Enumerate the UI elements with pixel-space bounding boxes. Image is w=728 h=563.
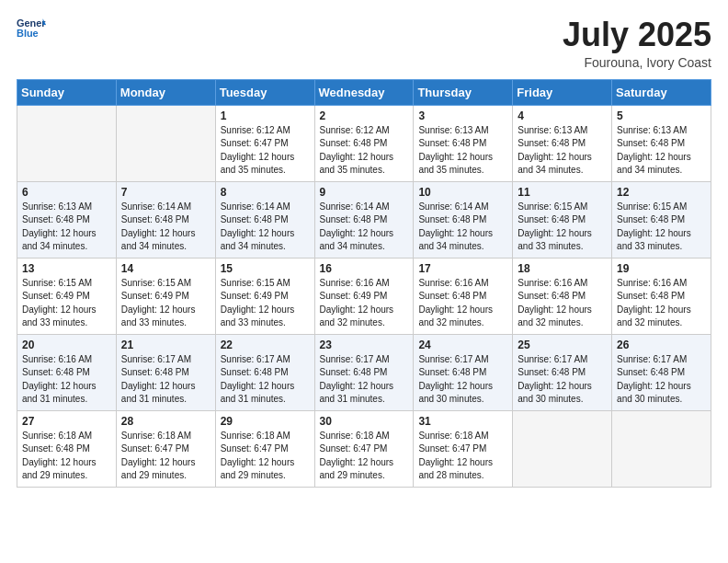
day-number: 2	[320, 109, 409, 122]
calendar-cell: 15Sunrise: 6:15 AM Sunset: 6:49 PM Dayli…	[215, 258, 314, 334]
calendar-cell: 17Sunrise: 6:16 AM Sunset: 6:48 PM Dayli…	[414, 258, 513, 334]
day-info: Sunrise: 6:13 AM Sunset: 6:48 PM Dayligh…	[418, 124, 507, 178]
day-info: Sunrise: 6:14 AM Sunset: 6:48 PM Dayligh…	[221, 201, 310, 254]
day-info: Sunrise: 6:16 AM Sunset: 6:48 PM Dayligh…	[617, 277, 706, 330]
calendar-cell: 22Sunrise: 6:17 AM Sunset: 6:48 PM Dayli…	[215, 334, 314, 410]
day-info: Sunrise: 6:16 AM Sunset: 6:48 PM Dayligh…	[22, 353, 111, 407]
day-info: Sunrise: 6:18 AM Sunset: 6:47 PM Dayligh…	[320, 430, 409, 483]
month-title: July 2025	[563, 17, 711, 53]
title-block: July 2025 Fourouna, Ivory Coast	[563, 17, 711, 70]
weekday-header-friday: Friday	[513, 79, 612, 105]
day-number: 13	[22, 262, 111, 275]
day-number: 28	[121, 415, 210, 428]
day-info: Sunrise: 6:14 AM Sunset: 6:48 PM Dayligh…	[418, 201, 507, 254]
day-info: Sunrise: 6:18 AM Sunset: 6:47 PM Dayligh…	[121, 430, 210, 483]
day-info: Sunrise: 6:16 AM Sunset: 6:48 PM Dayligh…	[518, 277, 607, 330]
calendar-cell: 4Sunrise: 6:13 AM Sunset: 6:48 PM Daylig…	[513, 105, 612, 181]
day-number: 5	[617, 109, 706, 122]
day-number: 11	[518, 186, 607, 199]
calendar-cell: 25Sunrise: 6:17 AM Sunset: 6:48 PM Dayli…	[513, 334, 612, 410]
calendar-cell: 30Sunrise: 6:18 AM Sunset: 6:47 PM Dayli…	[314, 410, 414, 487]
day-info: Sunrise: 6:13 AM Sunset: 6:48 PM Dayligh…	[617, 124, 706, 178]
day-number: 6	[22, 186, 111, 199]
day-info: Sunrise: 6:13 AM Sunset: 6:48 PM Dayligh…	[22, 201, 111, 254]
logo-icon: General Blue	[17, 17, 46, 42]
calendar-cell: 18Sunrise: 6:16 AM Sunset: 6:48 PM Dayli…	[513, 258, 612, 334]
day-number: 24	[418, 339, 507, 351]
day-info: Sunrise: 6:17 AM Sunset: 6:48 PM Dayligh…	[221, 353, 310, 407]
day-number: 9	[320, 186, 409, 199]
calendar-cell: 3Sunrise: 6:13 AM Sunset: 6:48 PM Daylig…	[414, 105, 513, 181]
day-number: 22	[221, 339, 310, 351]
weekday-header-thursday: Thursday	[414, 79, 513, 105]
day-number: 27	[22, 415, 111, 428]
weekday-header-tuesday: Tuesday	[215, 79, 314, 105]
day-number: 30	[320, 415, 409, 428]
day-number: 17	[418, 262, 507, 275]
day-number: 23	[320, 339, 409, 351]
day-info: Sunrise: 6:15 AM Sunset: 6:49 PM Dayligh…	[121, 277, 210, 330]
day-number: 12	[617, 186, 706, 199]
day-number: 25	[518, 339, 607, 351]
day-info: Sunrise: 6:15 AM Sunset: 6:48 PM Dayligh…	[617, 201, 706, 254]
calendar-cell: 28Sunrise: 6:18 AM Sunset: 6:47 PM Dayli…	[116, 410, 215, 487]
calendar-cell: 6Sunrise: 6:13 AM Sunset: 6:48 PM Daylig…	[17, 181, 117, 258]
weekday-header-saturday: Saturday	[612, 79, 711, 105]
calendar: SundayMondayTuesdayWednesdayThursdayFrid…	[17, 79, 711, 488]
day-info: Sunrise: 6:18 AM Sunset: 6:47 PM Dayligh…	[221, 430, 310, 483]
day-number: 4	[518, 109, 607, 122]
day-info: Sunrise: 6:17 AM Sunset: 6:48 PM Dayligh…	[121, 353, 210, 407]
day-number: 16	[320, 262, 409, 275]
day-info: Sunrise: 6:14 AM Sunset: 6:48 PM Dayligh…	[320, 201, 409, 254]
day-number: 31	[418, 415, 507, 428]
calendar-cell: 19Sunrise: 6:16 AM Sunset: 6:48 PM Dayli…	[612, 258, 711, 334]
day-info: Sunrise: 6:17 AM Sunset: 6:48 PM Dayligh…	[518, 353, 607, 407]
weekday-header-sunday: Sunday	[17, 79, 117, 105]
calendar-cell: 24Sunrise: 6:17 AM Sunset: 6:48 PM Dayli…	[414, 334, 513, 410]
svg-text:Blue: Blue	[17, 28, 39, 39]
day-info: Sunrise: 6:17 AM Sunset: 6:48 PM Dayligh…	[617, 353, 706, 407]
weekday-header-monday: Monday	[116, 79, 215, 105]
day-number: 20	[22, 339, 111, 351]
day-info: Sunrise: 6:12 AM Sunset: 6:47 PM Dayligh…	[221, 124, 310, 178]
day-info: Sunrise: 6:17 AM Sunset: 6:48 PM Dayligh…	[320, 353, 409, 407]
day-number: 29	[221, 415, 310, 428]
weekday-header-wednesday: Wednesday	[314, 79, 414, 105]
day-info: Sunrise: 6:13 AM Sunset: 6:48 PM Dayligh…	[518, 124, 607, 178]
calendar-cell: 16Sunrise: 6:16 AM Sunset: 6:49 PM Dayli…	[314, 258, 414, 334]
calendar-cell: 14Sunrise: 6:15 AM Sunset: 6:49 PM Dayli…	[116, 258, 215, 334]
calendar-cell	[513, 410, 612, 487]
calendar-cell: 1Sunrise: 6:12 AM Sunset: 6:47 PM Daylig…	[215, 105, 314, 181]
day-info: Sunrise: 6:18 AM Sunset: 6:47 PM Dayligh…	[418, 430, 507, 483]
day-info: Sunrise: 6:12 AM Sunset: 6:48 PM Dayligh…	[320, 124, 409, 178]
day-number: 15	[221, 262, 310, 275]
calendar-cell: 12Sunrise: 6:15 AM Sunset: 6:48 PM Dayli…	[612, 181, 711, 258]
calendar-cell	[116, 105, 215, 181]
day-number: 18	[518, 262, 607, 275]
calendar-cell: 13Sunrise: 6:15 AM Sunset: 6:49 PM Dayli…	[17, 258, 117, 334]
day-number: 3	[418, 109, 507, 122]
logo: General Blue	[17, 17, 46, 42]
day-info: Sunrise: 6:14 AM Sunset: 6:48 PM Dayligh…	[121, 201, 210, 254]
day-number: 1	[221, 109, 310, 122]
day-number: 8	[221, 186, 310, 199]
calendar-cell: 26Sunrise: 6:17 AM Sunset: 6:48 PM Dayli…	[612, 334, 711, 410]
calendar-cell: 20Sunrise: 6:16 AM Sunset: 6:48 PM Dayli…	[17, 334, 117, 410]
day-number: 10	[418, 186, 507, 199]
day-number: 7	[121, 186, 210, 199]
location: Fourouna, Ivory Coast	[563, 55, 711, 70]
day-info: Sunrise: 6:16 AM Sunset: 6:48 PM Dayligh…	[418, 277, 507, 330]
calendar-cell: 11Sunrise: 6:15 AM Sunset: 6:48 PM Dayli…	[513, 181, 612, 258]
calendar-cell	[17, 105, 117, 181]
day-number: 21	[121, 339, 210, 351]
day-info: Sunrise: 6:16 AM Sunset: 6:49 PM Dayligh…	[320, 277, 409, 330]
calendar-cell: 23Sunrise: 6:17 AM Sunset: 6:48 PM Dayli…	[314, 334, 414, 410]
calendar-cell: 10Sunrise: 6:14 AM Sunset: 6:48 PM Dayli…	[414, 181, 513, 258]
day-number: 19	[617, 262, 706, 275]
day-info: Sunrise: 6:17 AM Sunset: 6:48 PM Dayligh…	[418, 353, 507, 407]
calendar-cell: 9Sunrise: 6:14 AM Sunset: 6:48 PM Daylig…	[314, 181, 414, 258]
calendar-cell: 27Sunrise: 6:18 AM Sunset: 6:48 PM Dayli…	[17, 410, 117, 487]
calendar-cell: 29Sunrise: 6:18 AM Sunset: 6:47 PM Dayli…	[215, 410, 314, 487]
day-info: Sunrise: 6:15 AM Sunset: 6:49 PM Dayligh…	[22, 277, 111, 330]
calendar-cell: 31Sunrise: 6:18 AM Sunset: 6:47 PM Dayli…	[414, 410, 513, 487]
